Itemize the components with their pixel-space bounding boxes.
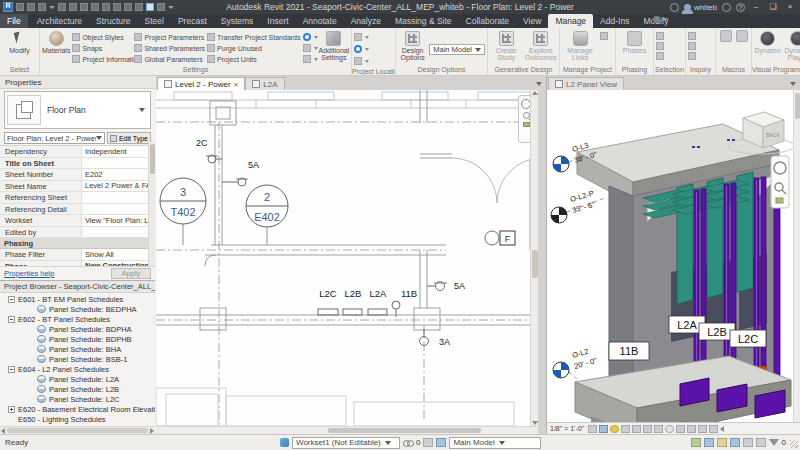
exclude-options-icon[interactable] <box>691 438 701 447</box>
ribbon-state-caret-icon[interactable] <box>662 18 668 21</box>
tree-item[interactable]: Panel Schedule: L2A <box>0 374 155 384</box>
tree-item[interactable]: Panel Schedule: BDPHB <box>0 334 155 344</box>
property-row[interactable]: Dependency Independent <box>0 146 155 158</box>
manage-links-status-icon[interactable] <box>403 439 413 447</box>
tree-item[interactable]: E650 - Lighting Schedules <box>0 414 155 424</box>
mep-settings-dropdown[interactable] <box>303 32 317 42</box>
ribbon-tab[interactable]: Add-Ins <box>593 14 636 28</box>
active-design-option-status-select[interactable]: Main Model <box>449 437 541 449</box>
filter-icon[interactable] <box>769 439 779 446</box>
property-value[interactable]: Show All <box>82 249 155 260</box>
property-row[interactable]: Referencing Sheet <box>0 192 155 204</box>
ribbon-tab[interactable]: Systems <box>214 14 261 28</box>
dynamo-player-button[interactable]: Dynamo Player <box>783 30 800 61</box>
structural-settings-dropdown[interactable] <box>303 54 317 64</box>
ribbon-tab[interactable]: Steel <box>138 14 171 28</box>
ribbon-tab[interactable]: Manage <box>548 14 593 28</box>
3d-navigation-bar[interactable] <box>771 156 789 208</box>
view-tab-l2a[interactable]: L2A <box>245 77 284 90</box>
panel-schedule-templates-dropdown[interactable] <box>303 43 317 53</box>
ribbon-tab[interactable]: Precast <box>171 14 214 28</box>
redo-icon[interactable] <box>69 3 77 11</box>
minimize-button[interactable]: – <box>750 2 762 12</box>
undo-dropdown-icon[interactable] <box>49 6 55 9</box>
tree-expander-icon[interactable] <box>8 366 15 373</box>
property-row[interactable]: Edited by <box>0 227 155 239</box>
edit-selection-icon[interactable] <box>656 52 664 60</box>
select-by-id-icon[interactable] <box>688 42 696 50</box>
ribbon-tab[interactable]: Massing & Site <box>388 14 459 28</box>
app-store-icon[interactable] <box>722 3 731 12</box>
tag-2c[interactable]: 2C <box>196 138 208 148</box>
property-value[interactable]: Independent <box>82 146 155 157</box>
zoom-icon[interactable] <box>523 112 530 119</box>
position-dropdown[interactable] <box>354 56 369 66</box>
select-panel-label[interactable]: Select <box>0 64 39 75</box>
edit-linked-icon[interactable] <box>704 438 714 447</box>
visual-style-icon[interactable] <box>599 425 608 433</box>
ribbon-tab[interactable]: Collaborate <box>459 14 516 28</box>
print-icon[interactable] <box>80 3 88 11</box>
viewbar-more-icon[interactable] <box>720 426 724 432</box>
property-row[interactable]: Sheet Name Level 2 Power & FA Flo... <box>0 181 155 193</box>
property-row[interactable]: Phase Filter Show All <box>0 249 155 261</box>
crop-region-icon[interactable] <box>643 425 652 433</box>
properties-help-link[interactable]: Properties help <box>4 269 54 278</box>
3d-canvas[interactable]: O-L3 38' - 0" O-L2-P 33' - 6" <box>547 90 794 422</box>
reveal-hidden-icon[interactable] <box>665 425 674 433</box>
type-selector[interactable]: Floor Plan <box>4 91 151 129</box>
tree-item[interactable]: Panel Schedule: L2C <box>0 394 155 404</box>
settings-small-button[interactable]: Project Units <box>207 54 300 64</box>
callout-t402[interactable]: 3 T402 <box>160 178 206 245</box>
hide-analytical-icon[interactable] <box>698 425 707 433</box>
select-pinned-icon[interactable] <box>730 438 740 447</box>
ribbon-tab[interactable]: Structure <box>89 14 138 28</box>
worksharing-display-icon[interactable] <box>676 425 685 433</box>
view-tab-l2-panel-view[interactable]: L2 Panel View <box>548 77 624 90</box>
3d-tag-l2c[interactable]: L2C <box>730 330 766 347</box>
location-dropdown[interactable] <box>354 32 369 42</box>
settings-small-button[interactable]: Shared Parameters <box>134 43 205 53</box>
3d-vscrollbar[interactable] <box>793 90 800 422</box>
close-view-icon[interactable]: × <box>234 80 239 89</box>
ribbon-tab[interactable]: File <box>0 14 28 28</box>
materials-button[interactable]: Materials <box>42 30 70 54</box>
property-row[interactable]: Workset View "Floor Plan: Level... <box>0 215 155 227</box>
manage-images-icon[interactable] <box>600 32 608 40</box>
scroll-left-icon[interactable] <box>1 428 5 434</box>
settings-small-button[interactable]: Global Parameters <box>134 54 205 64</box>
worksets-icon[interactable] <box>280 438 289 447</box>
sync-icon[interactable] <box>38 3 46 11</box>
measure-icon[interactable] <box>91 3 99 11</box>
qat-customize-icon[interactable] <box>168 6 174 9</box>
section-icon[interactable] <box>146 3 154 11</box>
tree-expander-icon[interactable] <box>8 316 15 323</box>
scale-label[interactable]: 1/8" = 1'-0" <box>550 425 584 432</box>
floor-plan-canvas[interactable]: 3 T402 2 E402 2C <box>156 90 538 426</box>
modify-options-icon[interactable] <box>653 16 660 23</box>
settings-small-button[interactable]: Object Styles <box>72 32 132 42</box>
coordinates-dropdown[interactable] <box>354 44 369 54</box>
drag-on-selection-icon[interactable] <box>756 438 766 447</box>
select-by-face-icon[interactable] <box>743 438 753 447</box>
search-icon[interactable] <box>670 3 679 12</box>
property-row[interactable]: Title on Sheet <box>0 158 155 170</box>
constraints-icon[interactable] <box>709 425 718 433</box>
tree-item[interactable]: Panel Schedule: BEDPHA <box>0 304 155 314</box>
apply-button[interactable]: Apply <box>111 268 151 279</box>
edit-type-button[interactable]: Edit Type <box>107 132 151 144</box>
editing-requests-icon[interactable] <box>423 438 433 447</box>
property-row[interactable]: Sheet Number E202 <box>0 169 155 181</box>
level-marker-ol2[interactable]: O-L2 20' - 0" <box>553 347 598 378</box>
right-tab-overflow-icon[interactable] <box>790 82 796 86</box>
project-browser-title[interactable]: Project Browser - Seaport-Civic-Center_A… <box>0 281 155 293</box>
property-value[interactable]: E202 <box>82 169 155 180</box>
sun-path-icon[interactable] <box>610 425 619 433</box>
panel-symbols[interactable]: L2C L2B L2A <box>318 288 387 315</box>
tree-item[interactable]: E602 - BT Panel Schedules <box>0 314 155 324</box>
manage-links-button[interactable]: Manage Links <box>562 30 598 61</box>
property-value[interactable]: View "Floor Plan: Level... <box>82 215 155 226</box>
view-tab-overflow-icon[interactable] <box>536 82 542 86</box>
property-value[interactable]: Level 2 Power & FA Flo... <box>82 180 155 191</box>
scroll-right-icon[interactable] <box>150 428 154 434</box>
